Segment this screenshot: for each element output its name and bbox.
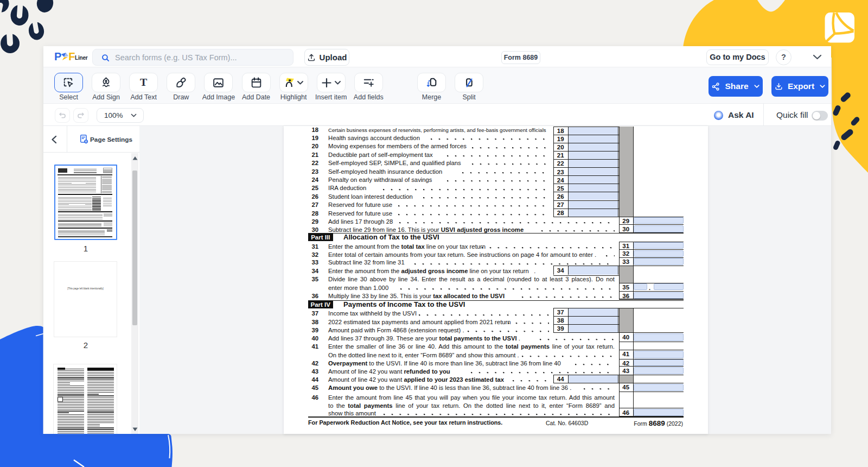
svg-text:T: T xyxy=(140,76,147,88)
